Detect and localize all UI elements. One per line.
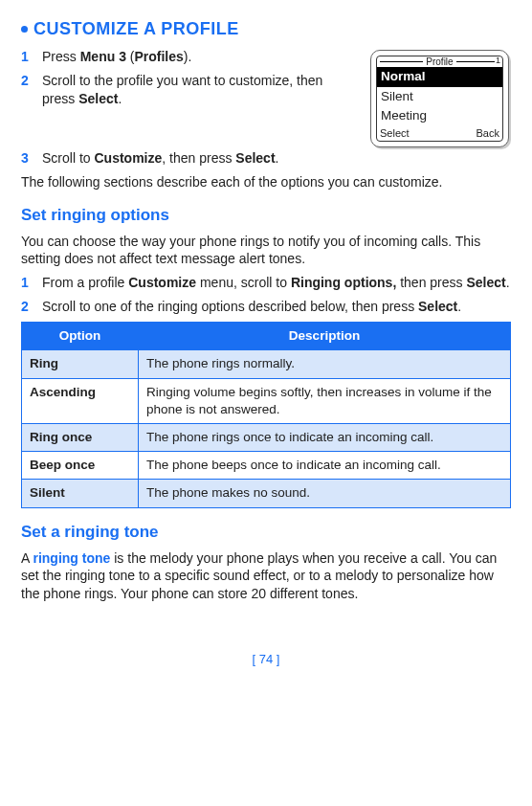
step-number: 3 [21, 149, 29, 168]
step-text: Scroll to one of the ringing options des… [42, 299, 461, 314]
table-row: Beep once The phone beeps once to indica… [22, 452, 511, 480]
para-ringing-tone: A ringing tone is the melody your phone … [21, 549, 511, 604]
steps-top-list: 1 Press Menu 3 (Profiles). 2 Scroll to t… [21, 48, 359, 108]
step-text: Scroll to the profile you want to custom… [42, 73, 322, 106]
phone-softkeys: Select Back [377, 125, 502, 141]
td-option: Silent [22, 480, 139, 507]
steps-top-list-cont: 3 Scroll to Customize, then press Select… [21, 149, 511, 168]
softkey-left: Select [380, 126, 410, 141]
table-row: Ascending Ringing volume begins softly, … [22, 378, 511, 423]
step-2: 2 Scroll to the profile you want to cust… [42, 72, 359, 108]
top-left-col: 1 Press Menu 3 (Profiles). 2 Scroll to t… [21, 48, 359, 149]
heading-text: CUSTOMIZE A PROFILE [33, 19, 239, 38]
td-option: Ring once [22, 423, 139, 451]
table-row: Ring The phone rings normally. [22, 350, 511, 378]
th-option: Option [22, 323, 139, 350]
step-3: 3 Scroll to Customize, then press Select… [42, 149, 511, 168]
phone-screen: Profile 1 Normal Silent Meeting Select B… [376, 56, 503, 142]
phone-title-bar: Profile 1 [377, 56, 502, 67]
step-text: From a profile Customize menu, scroll to… [42, 275, 510, 290]
phone-item-silent: Silent [377, 87, 502, 106]
td-desc: The phone rings normally. [139, 350, 511, 378]
phone-item-normal: Normal [377, 67, 502, 86]
ring-step-2: 2 Scroll to one of the ringing options d… [42, 298, 511, 316]
phone-illustration: Profile 1 Normal Silent Meeting Select B… [368, 48, 511, 149]
step-number: 1 [21, 48, 29, 66]
step-text: Scroll to Customize, then press Select. [42, 150, 278, 166]
heading-ringing-options: Set ringing options [21, 205, 511, 227]
td-desc: The phone beeps once to indicate an inco… [139, 452, 511, 480]
step-number: 2 [21, 298, 29, 316]
th-description: Description [139, 323, 511, 350]
td-desc: The phone makes no sound. [139, 480, 511, 507]
bullet-icon [21, 26, 28, 33]
para-ringing-options: You can choose the way your phone rings … [21, 233, 511, 269]
phone-item-meeting: Meeting [377, 106, 502, 125]
para-after-steps: The following sections describe each of … [21, 173, 511, 191]
td-desc: The phone rings once to indicate an inco… [139, 423, 511, 451]
td-option: Ring [22, 350, 139, 378]
steps-ring-list: 1 From a profile Customize menu, scroll … [21, 274, 511, 316]
step-number: 1 [21, 274, 29, 292]
phone-frame: Profile 1 Normal Silent Meeting Select B… [370, 50, 509, 147]
softkey-right: Back [477, 126, 499, 141]
top-block: 1 Press Menu 3 (Profiles). 2 Scroll to t… [21, 48, 511, 149]
step-1: 1 Press Menu 3 (Profiles). [42, 48, 359, 66]
td-option: Beep once [22, 452, 139, 480]
table-row: Silent The phone makes no sound. [22, 480, 511, 507]
phone-title-text: Profile [423, 56, 455, 67]
heading-ringing-tone: Set a ringing tone [21, 522, 511, 544]
td-desc: Ringing volume begins softly, then incre… [139, 378, 511, 423]
table-row: Ring once The phone rings once to indica… [22, 423, 511, 451]
page-number: [ 74 ] [21, 651, 511, 668]
glossary-term-ringing-tone: ringing tone [33, 550, 110, 566]
td-option: Ascending [22, 378, 139, 423]
phone-title-corner: 1 [496, 56, 500, 66]
ring-step-1: 1 From a profile Customize menu, scroll … [42, 274, 511, 292]
step-number: 2 [21, 72, 29, 90]
heading-customize-profile: CUSTOMIZE A PROFILE [21, 17, 511, 40]
step-text: Press Menu 3 (Profiles). [42, 49, 191, 64]
ringing-options-table: Option Description Ring The phone rings … [21, 322, 511, 508]
